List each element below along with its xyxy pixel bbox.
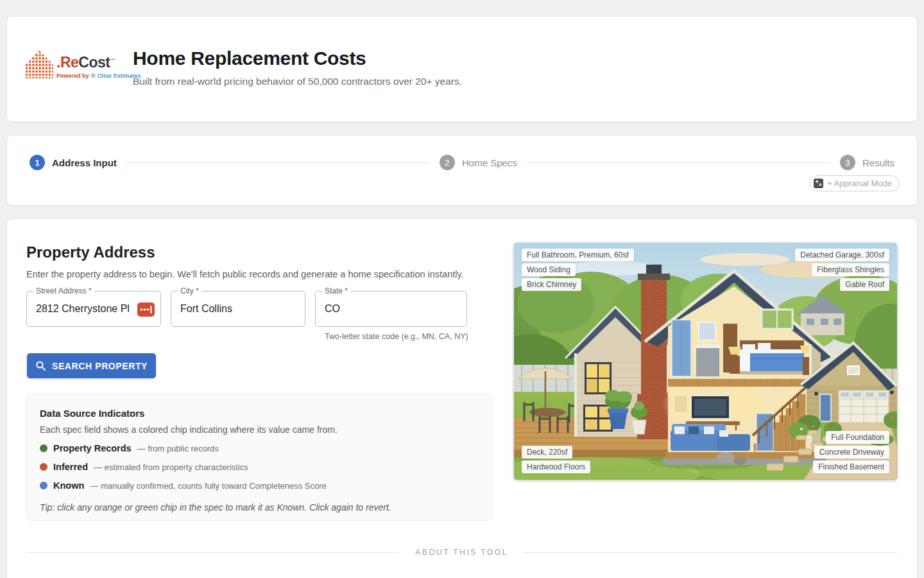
green-dot-icon: [40, 444, 47, 452]
search-button-label: SEARCH PROPERTY: [52, 361, 148, 371]
divider-label: ABOUT THIS TOOL: [415, 548, 508, 557]
search-property-button[interactable]: SEARCH PROPERTY: [27, 353, 156, 378]
illustration-labels-bottom-left: Deck, 220sf Hardwood Floors: [522, 446, 590, 473]
illustration-label: Wood Siding: [522, 263, 576, 276]
search-icon: [35, 360, 46, 371]
illustration-labels-top-right: Detached Garage, 300sf Fiberglass Shingl…: [795, 249, 889, 291]
legend-item-inferred: Inferred — estimated from property chara…: [40, 462, 479, 472]
stepper-connector: [126, 162, 431, 163]
illustration-label: Hardwood Floors: [522, 460, 590, 473]
illustration-label: Deck, 220sf: [522, 446, 572, 459]
autofill-icon[interactable]: [137, 302, 155, 317]
city-field[interactable]: City *: [171, 291, 305, 327]
state-field[interactable]: State *: [315, 291, 467, 327]
illustration-labels-top-left: Full Bathroom, Premium, 60sf Wood Siding…: [522, 249, 634, 291]
main-card: Property Address Enter the property addr…: [6, 218, 918, 578]
street-address-input[interactable]: [36, 292, 133, 326]
gear-icon: ⚙: [90, 73, 96, 79]
illustration-label: Gable Roof: [840, 278, 889, 291]
step-2-label: Home Specs: [462, 157, 517, 168]
step-3-circle: 3: [840, 155, 855, 170]
street-address-field[interactable]: Street Address *: [26, 291, 161, 327]
divider-line: [26, 552, 398, 553]
data-source-indicators-panel: Data Source Indicators Each spec field s…: [26, 394, 493, 521]
legend-item-property-records: Property Records — from public records: [40, 443, 479, 453]
dot-house-logo-icon: [25, 50, 53, 78]
recost-logo: .ReCost™ Powered by ⚙ Clear Estimates: [25, 50, 128, 79]
about-this-tool-divider: ABOUT THIS TOOL: [26, 548, 897, 557]
stepper: 1 Address Input 2 Home Specs 3 Results: [30, 155, 894, 170]
house-illustration: Full Bathroom, Premium, 60sf Wood Siding…: [514, 243, 897, 480]
state-helper-text: Two-letter state code (e.g., MN, CA, NY): [325, 332, 468, 341]
step-1-label: Address Input: [52, 157, 117, 168]
page: .ReCost™ Powered by ⚙ Clear Estimates Ho…: [0, 0, 924, 578]
stepper-card: 1 Address Input 2 Home Specs 3 Results +…: [6, 135, 918, 206]
section-description: Enter the property address to begin. We'…: [26, 269, 464, 279]
step-3-label: Results: [862, 157, 894, 168]
illustration-labels-bottom-right: Full Foundation Concrete Driveway Finish…: [813, 431, 889, 473]
trademark-symbol: ™: [110, 57, 115, 63]
appraisal-mode-label: + Appraisal Mode: [827, 179, 892, 188]
header-card: .ReCost™ Powered by ⚙ Clear Estimates Ho…: [6, 16, 918, 122]
calculator-icon: [814, 179, 823, 188]
blue-dot-icon: [40, 482, 47, 489]
step-results: 3 Results: [840, 155, 894, 170]
appraisal-mode-button[interactable]: + Appraisal Mode: [810, 175, 900, 191]
illustration-label: Fiberglass Shingles: [812, 263, 889, 276]
illustration-label: Brick Chimney: [522, 278, 581, 291]
illustration-label: Full Foundation: [826, 431, 889, 444]
page-title: Home Replacement Costs: [133, 48, 462, 69]
step-address-input: 1 Address Input: [30, 155, 117, 170]
illustration-label: Concrete Driveway: [814, 446, 889, 459]
section-title: Property Address: [26, 243, 155, 261]
legend-item-known: Known — manually confirmed, counts fully…: [40, 480, 479, 491]
powered-by-line: Powered by ⚙ Clear Estimates: [56, 73, 141, 79]
step-2-circle: 2: [440, 155, 455, 170]
panel-title: Data Source Indicators: [40, 408, 479, 419]
state-input[interactable]: [325, 292, 463, 326]
illustration-label: Full Bathroom, Premium, 60sf: [522, 249, 634, 261]
city-input[interactable]: [180, 292, 301, 326]
illustration-label: Finished Basement: [813, 460, 889, 473]
step-1-circle: 1: [30, 155, 45, 170]
divider-line: [525, 552, 897, 553]
orange-dot-icon: [40, 463, 47, 471]
illustration-label: Detached Garage, 300sf: [795, 249, 889, 261]
panel-description: Each spec field shows a colored chip ind…: [40, 425, 479, 435]
step-home-specs: 2 Home Specs: [440, 155, 517, 170]
brand-name: .ReCost™: [56, 54, 141, 71]
stepper-connector: [526, 162, 831, 163]
page-subtitle: Built from real-world pricing behavior o…: [133, 76, 462, 87]
panel-tip: Tip: click any orange or green chip in t…: [40, 502, 479, 512]
